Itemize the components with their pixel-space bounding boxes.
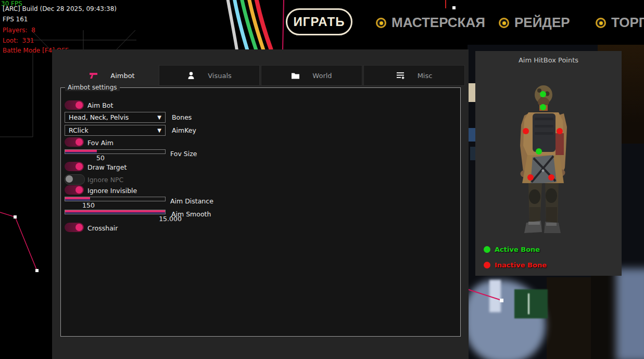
tab-label: Aimbot — [110, 72, 134, 80]
aim-distance-label: Aim Distance — [170, 197, 213, 205]
toggle-knob — [75, 138, 83, 146]
draw-target-label: Draw Target — [87, 163, 127, 171]
tab-aimbot[interactable]: Aimbot — [70, 65, 154, 86]
ignore-invisible-toggle[interactable] — [65, 185, 84, 195]
aim-bot-label: Aim Bot — [87, 101, 113, 109]
fov-size-value: 50 — [90, 154, 111, 162]
coin-icon — [499, 18, 509, 28]
fov-aim-toggle[interactable] — [65, 137, 84, 147]
active-bone-dot — [484, 246, 490, 253]
aimkey-select-value: RClick — [69, 126, 89, 134]
slider-fill — [65, 197, 90, 201]
scene-blue-blob2 — [616, 268, 644, 359]
chevron-down-icon: ▼ — [157, 125, 161, 135]
loot-counter: Loot: 331 — [3, 37, 34, 44]
draw-target-toggle[interactable] — [65, 162, 84, 171]
nav-item-workshop[interactable]: МАСТЕРСКАЯ — [376, 15, 485, 31]
fov-size-label: Fov Size — [170, 150, 197, 158]
players-counter: Players: 8 — [3, 27, 35, 33]
person-icon — [187, 71, 195, 80]
toggle-knob — [75, 101, 83, 109]
toggle-knob — [75, 186, 83, 194]
tab-label: Misc — [418, 72, 433, 80]
nav-item-label: РЕЙДЕР — [514, 15, 570, 31]
ignore-npc-label: Ignore NPC — [87, 176, 123, 184]
inactive-bone-dot — [484, 262, 490, 268]
bones-select-value: Head, Neck, Pelvis — [69, 113, 129, 121]
legend-active-bone: Active Bone — [484, 246, 540, 253]
marker-dot — [452, 6, 456, 9]
scene-green-sign — [514, 289, 548, 318]
aim-distance-value: 150 — [75, 201, 102, 209]
legend-label: Inactive Bone — [495, 261, 547, 269]
crosshair-toggle[interactable] — [65, 223, 84, 232]
tab-visuals[interactable]: Visuals — [159, 65, 260, 86]
toggle-knob — [66, 175, 73, 183]
bone-dot-right-shoulder[interactable] — [557, 128, 563, 134]
bone-dot-neck[interactable] — [540, 104, 546, 110]
aim-distance-slider[interactable] — [65, 197, 166, 201]
crosshair-label: Crosshair — [87, 224, 118, 232]
coin-icon — [376, 18, 386, 28]
aim-bot-toggle[interactable] — [65, 100, 84, 110]
pistol-icon — [89, 71, 98, 80]
slider-fill — [65, 210, 165, 214]
chevron-down-icon: ▼ — [157, 112, 161, 122]
hitbox-panel: Aim HitBox Points — [475, 51, 622, 276]
groupbox-title: Aimbot settings — [65, 84, 120, 91]
bones-label: Bones — [172, 113, 192, 121]
nav-item-raider[interactable]: РЕЙДЕР — [499, 15, 570, 31]
bone-dot-right-hip[interactable] — [548, 174, 554, 181]
build-info: [ARC] Build (Dec 28 2025, 09:43:38) — [3, 6, 117, 12]
tab-label: World — [312, 72, 332, 80]
legend-label: Active Bone — [495, 246, 540, 253]
tab-misc[interactable]: Misc — [363, 65, 465, 86]
bone-dot-left-hip[interactable] — [527, 174, 534, 181]
scene-light-sliver — [489, 280, 501, 312]
nav-item-label: ТОРГО — [611, 15, 644, 31]
aimkey-select[interactable]: RClick ▼ — [65, 125, 166, 136]
scene-edge-blue — [469, 128, 475, 142]
aimkey-label: AimKey — [172, 126, 196, 134]
coin-icon — [596, 18, 606, 28]
scene-edge-light — [469, 83, 475, 102]
play-button[interactable]: ИГРАТЬ — [286, 8, 352, 35]
aim-smooth-label: Aim Smooth — [171, 210, 211, 218]
hitbox-panel-title: Aim HitBox Points — [475, 56, 622, 64]
scene-dark-pillar — [547, 277, 591, 359]
ignore-invisible-label: Ignore Invisible — [87, 187, 137, 195]
fov-aim-label: Fov Aim — [87, 139, 113, 147]
scene-edge-teal — [470, 147, 475, 160]
bone-dot-pelvis[interactable] — [536, 148, 542, 155]
nav-item-label: МАСТЕРСКАЯ — [392, 15, 485, 31]
fov-size-slider[interactable] — [65, 149, 166, 154]
playlist-icon — [396, 71, 405, 80]
slider-fill — [65, 150, 97, 153]
cheat-menu-panel: Aimbot Visuals World Misc Aimbot setting… — [52, 49, 469, 359]
toggle-knob — [75, 224, 83, 231]
tab-world[interactable]: World — [261, 65, 362, 86]
legend-inactive-bone: Inactive Bone — [484, 261, 547, 269]
folder-icon — [291, 72, 300, 80]
fps-label: FPS 161 — [3, 16, 28, 22]
scene-sign-mark — [528, 293, 529, 314]
tab-label: Visuals — [208, 72, 232, 80]
bone-dot-head[interactable] — [540, 91, 546, 97]
aim-smooth-slider[interactable] — [65, 210, 166, 214]
bones-select[interactable]: Head, Neck, Pelvis ▼ — [65, 112, 166, 123]
bone-dot-left-shoulder[interactable] — [523, 128, 529, 134]
nav-item-trade[interactable]: ТОРГО — [596, 15, 644, 31]
toggle-knob — [75, 163, 83, 170]
ignore-npc-toggle[interactable] — [65, 174, 85, 185]
